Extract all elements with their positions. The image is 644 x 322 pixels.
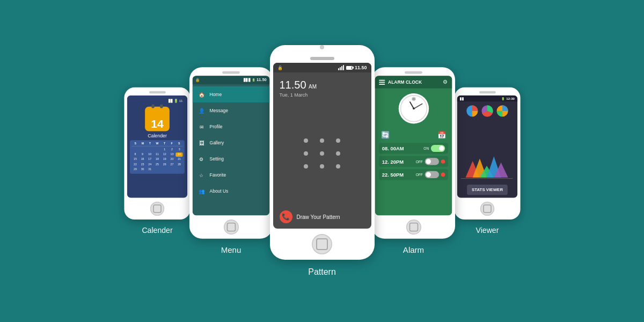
pattern-dot-1 (304, 138, 308, 143)
alarm-time-1: 08. 00AM (382, 145, 404, 151)
alarm-item-3: 22. 50PM OFF (379, 169, 448, 180)
menu-item-aboutus[interactable]: 👥 About Us (192, 183, 269, 199)
alarm-toggle-off-3[interactable]: OFF (415, 171, 445, 178)
pattern-status-right: 11.50 (338, 65, 367, 70)
menu-phone: 🔒 ▊▊▊ 🔋 11.50 🏠 Home (189, 67, 272, 239)
calendar-home-button-inner (153, 204, 162, 213)
menu-status-icons-right: ▊▊▊ 🔋 11.50 (243, 78, 266, 82)
pattern-dots-row-3 (304, 164, 340, 169)
alarm-dot-2 (441, 159, 445, 164)
settings-icon: ⚙ (197, 155, 205, 163)
signal-bar-3 (341, 66, 342, 70)
alarm-phone-screen: ALARM CLOCK ⚙ (375, 76, 452, 215)
cal-ring-left (151, 104, 154, 108)
alarm-phone-label: Alarm (402, 246, 423, 255)
phone-call-icon: 📞 (280, 210, 292, 223)
menu-home-button[interactable] (223, 219, 238, 235)
pattern-home-button[interactable] (312, 234, 332, 254)
pattern-status-left: 🔒 (277, 65, 283, 70)
calendar-icon[interactable]: 📅 (437, 131, 446, 139)
pattern-time: 11.50 (280, 79, 306, 91)
pattern-dots-row-2 (304, 151, 340, 156)
refresh-icon[interactable]: 🔄 (380, 131, 389, 139)
home-icon: 🏠 (197, 90, 205, 98)
calendar-status-icons: ▊▊ 🔋 11 (168, 99, 182, 103)
menu-item-gallery[interactable]: 🖼 Gallery (192, 135, 269, 151)
pattern-time-area: 11.50 AM Tue, 1 March (273, 72, 371, 102)
calendar-screen: ▊▊ 🔋 11 14 Calender (127, 96, 187, 198)
pie-chart-2 (480, 104, 494, 118)
pattern-status-bar: 🔒 (273, 63, 371, 72)
menu-phone-label: Menu (221, 246, 241, 255)
viewer-phone: ▊▊ 🔋 12:30 (454, 87, 520, 219)
pattern-dots-row-1 (304, 138, 340, 143)
pattern-ampm: AM (309, 84, 317, 90)
pie-chart-3 (495, 104, 509, 118)
calendar-grid-body: 123 891011121314 15161718192021 22232425… (131, 147, 182, 172)
alarm-home-button-inner (409, 223, 418, 232)
alarm-home-button[interactable] (406, 219, 421, 235)
pattern-phone-screen: 🔒 (273, 63, 371, 229)
menu-phone-speaker (222, 71, 240, 74)
pattern-status-time: 11.50 (355, 65, 367, 70)
alarm-dot-3 (441, 173, 445, 177)
signal-bar-1 (338, 68, 339, 70)
menu-item-home-label: Home (209, 92, 222, 97)
viewer-home-button[interactable] (480, 202, 494, 216)
pattern-phone-wrapper: 🔒 (270, 45, 375, 277)
calendar-status-bar: ▊▊ 🔋 11 (129, 98, 184, 104)
menu-item-message[interactable]: 👤 Message (192, 103, 269, 119)
aboutus-icon: 👥 (197, 187, 205, 195)
pattern-phone-label: Pattern (308, 267, 336, 277)
battery-icon (346, 66, 353, 70)
alarm-phone: ALARM CLOCK ⚙ (371, 67, 455, 239)
pattern-phone-camera (320, 45, 324, 49)
menu-item-profile-label: Profile (209, 124, 222, 129)
battery-fill (347, 67, 352, 69)
menu-item-profile[interactable]: ✉ Profile (192, 119, 269, 135)
menu-item-favorite-label: Favorite (209, 173, 226, 178)
pattern-dot-5 (320, 151, 324, 156)
alarm-item-1: 08. 00AM ON (379, 143, 448, 154)
menu-item-setting-label: Setting (209, 157, 223, 162)
viewer-screen: ▊▊ 🔋 12:30 (457, 96, 517, 198)
menu-phone-wrapper: 🔒 ▊▊▊ 🔋 11.50 🏠 Home (189, 67, 272, 255)
cal-ring-right (160, 104, 163, 108)
calendar-date-number: 14 (151, 118, 163, 129)
menu-item-favorite[interactable]: ☆ Favorite (192, 167, 269, 183)
alarm-toggle-off-2[interactable]: OFF (415, 158, 445, 165)
pattern-dot-2 (320, 138, 324, 143)
viewer-status-bar: ▊▊ 🔋 12:30 (457, 96, 517, 101)
toggle-off-text-3: OFF (415, 173, 422, 177)
alarm-list: 08. 00AM ON 12. 20PM OFF (375, 141, 452, 215)
alarm-header: ALARM CLOCK ⚙ (375, 76, 452, 89)
alarm-settings-icon: ⚙ (443, 79, 448, 85)
viewer-label-area: STATS VIEWER (457, 182, 517, 198)
viewer-phone-wrapper: ▊▊ 🔋 12:30 (454, 87, 520, 235)
viewer-phone-screen: ▊▊ 🔋 12:30 (457, 96, 517, 198)
signal-bar-2 (340, 67, 341, 70)
clock-face (398, 93, 428, 123)
favorite-icon: ☆ (197, 171, 205, 179)
pattern-dot-3 (336, 138, 340, 143)
pattern-date: Tue, 1 March (280, 92, 365, 98)
calendar-home-button[interactable] (150, 202, 164, 216)
gallery-icon: 🖼 (197, 139, 205, 147)
alarm-time-2: 12. 20PM (382, 159, 403, 164)
calendar-divider (131, 146, 182, 147)
menu-screen: 🔒 ▊▊▊ 🔋 11.50 🏠 Home (192, 76, 269, 215)
viewer-status-icons-left: ▊▊ (459, 97, 464, 100)
alarm-phone-wrapper: ALARM CLOCK ⚙ (371, 67, 455, 255)
menu-item-home[interactable]: 🏠 Home (192, 86, 269, 103)
signal-bars (338, 65, 344, 70)
message-icon: 👤 (197, 106, 205, 114)
pattern-time-display: 11.50 AM (280, 79, 365, 91)
alarm-item-2: 12. 20PM OFF (379, 156, 448, 167)
menu-item-gallery-label: Gallery (209, 140, 224, 145)
toggle-off-text-2: OFF (415, 160, 422, 164)
toggle-on-1 (430, 145, 444, 152)
viewer-phone-speaker (479, 91, 495, 93)
menu-items-list: 🏠 Home 👤 Message ✉ Profile 🖼 (192, 84, 269, 215)
alarm-toggle-on-1[interactable]: ON (423, 145, 445, 152)
menu-item-setting[interactable]: ⚙ Setting (192, 151, 269, 167)
